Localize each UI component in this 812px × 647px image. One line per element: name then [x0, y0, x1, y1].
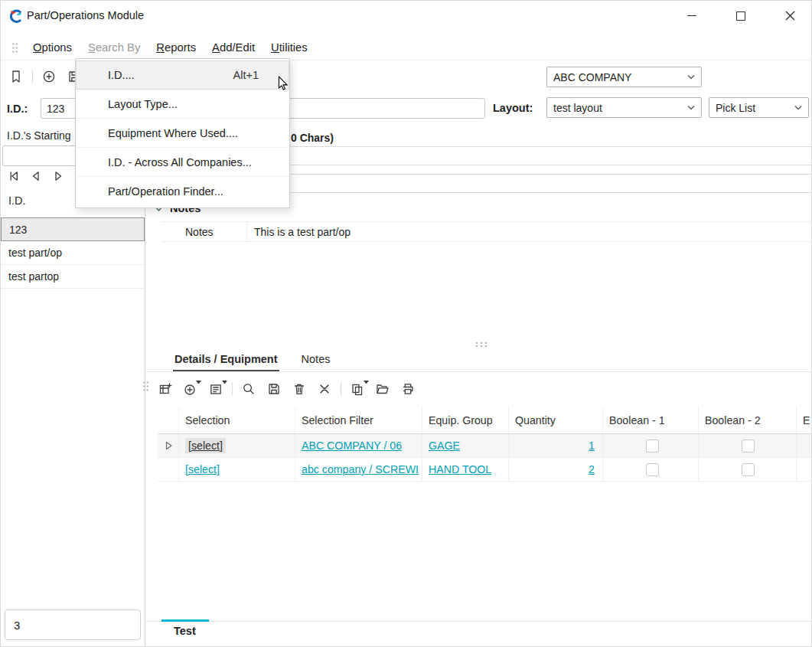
notes-row: Notes This is a test part/op — [161, 221, 812, 242]
table-row: [select] ABC COMPANY / 06 GAGE 1 — [158, 434, 812, 458]
grid-header-indicator — [158, 407, 179, 433]
prev-record-icon — [28, 168, 44, 184]
menu-search-by[interactable]: Search By — [81, 39, 147, 56]
bottom-tab-accent — [161, 619, 209, 622]
equip-group-cell: HAND TOOL — [422, 458, 509, 482]
bottom-divider — [145, 621, 812, 622]
x-icon — [317, 381, 332, 397]
app-window: Part/Operations Module Options Search By… — [0, 0, 812, 647]
boolean-2-checkbox[interactable] — [742, 463, 755, 476]
menu-item-label: I.D. - Across All Companies... — [108, 156, 252, 168]
delete-button[interactable] — [290, 380, 308, 398]
quantity-link[interactable]: 1 — [589, 440, 595, 452]
menu-options[interactable]: Options — [26, 39, 79, 56]
minimize-icon — [687, 15, 696, 16]
add-record-button[interactable] — [40, 67, 58, 86]
list-item[interactable]: test partop — [1, 265, 145, 289]
grid-header-boolean-1[interactable]: Boolean - 1 — [603, 407, 699, 433]
cancel-button[interactable] — [315, 380, 334, 398]
equipment-grid: Selection Selection Filter Equip. Group … — [158, 407, 812, 482]
chevron-down-icon — [687, 74, 695, 80]
equip-group-link[interactable]: HAND TOOL — [429, 463, 491, 475]
next-record-button[interactable] — [48, 166, 68, 186]
selection-filter-link[interactable]: ABC COMPANY / 06 — [302, 440, 402, 452]
truncated-cell — [797, 434, 812, 458]
equip-group-link[interactable]: GAGE — [429, 440, 460, 452]
new-row-icon — [158, 381, 173, 397]
current-row-icon — [162, 440, 174, 452]
selection-filter-cell: ABC COMPANY / 06 — [295, 434, 422, 458]
search-button[interactable] — [240, 380, 258, 398]
menu-item-part-operation-finder[interactable]: Part/Operation Finder... — [76, 177, 289, 206]
table-row: [select] abc company / SCREWI HAND TOOL … — [158, 458, 812, 482]
close-icon — [784, 10, 796, 21]
grid-header-selection[interactable]: Selection — [179, 407, 295, 433]
menu-utilities[interactable]: Utilities — [264, 39, 315, 56]
quantity-link[interactable]: 2 — [589, 463, 595, 475]
select-link[interactable]: [select] — [185, 463, 220, 475]
boolean-2-checkbox[interactable] — [742, 440, 755, 453]
menu-item-id-across-companies[interactable]: I.D. - Across All Companies... — [76, 148, 289, 177]
record-count: 3 — [14, 619, 20, 632]
select-link[interactable]: [select] — [185, 438, 226, 453]
list-item[interactable]: 123 — [1, 217, 145, 241]
boolean-1-checkbox[interactable] — [646, 463, 659, 476]
grid-header-equip-group[interactable]: Equip. Group — [422, 407, 509, 433]
export-button[interactable] — [373, 380, 392, 398]
add-detail-button[interactable] — [181, 380, 200, 398]
selection-filter-link[interactable]: abc company / SCREWI — [302, 463, 419, 475]
grid-header-truncated[interactable]: E — [797, 407, 812, 433]
menu-item-id[interactable]: I.D.... Alt+1 — [76, 60, 289, 90]
menu-item-shortcut: Alt+1 — [233, 69, 279, 81]
grid-header-quantity[interactable]: Quantity — [509, 407, 603, 433]
maximize-button[interactable] — [723, 1, 758, 31]
quantity-cell: 2 — [509, 458, 603, 482]
print-button[interactable] — [399, 380, 417, 398]
layout-value: test layout — [553, 102, 687, 114]
prev-record-button[interactable] — [26, 166, 46, 186]
bookmark-icon — [8, 69, 24, 84]
menu-item-label: Equipment Where Used.... — [108, 127, 238, 139]
close-button[interactable] — [771, 1, 809, 31]
list-item[interactable]: test part/op — [1, 241, 145, 265]
tab-details-equipment[interactable]: Details / Equipment — [173, 351, 279, 371]
detail-toolbar-drag-handle[interactable] — [142, 381, 149, 395]
edit-layout-button[interactable] — [207, 380, 225, 398]
dropdown-caret-icon — [222, 381, 227, 384]
copy-special-button[interactable] — [348, 380, 367, 398]
first-record-button[interactable] — [4, 166, 24, 186]
company-select[interactable]: ABC COMPANY — [546, 67, 702, 87]
bookmark-button[interactable] — [7, 67, 25, 86]
notes-row-value[interactable]: This is a test part/op — [247, 226, 351, 238]
menu-add-edit[interactable]: Add/Edit — [205, 39, 262, 56]
boolean-2-cell — [699, 458, 797, 482]
chars-count-label: 0 Chars) — [291, 132, 334, 144]
menu-reports[interactable]: Reports — [149, 39, 203, 56]
plus-circle-icon — [41, 69, 57, 84]
trash-icon — [292, 381, 307, 397]
first-record-icon — [6, 168, 21, 184]
layout-select[interactable]: test layout — [546, 97, 702, 118]
boolean-1-checkbox[interactable] — [646, 440, 659, 453]
left-panel-divider — [145, 191, 145, 647]
tab-notes[interactable]: Notes — [300, 351, 332, 371]
grid-header-selection-filter[interactable]: Selection Filter — [295, 407, 422, 433]
splitter-handle[interactable] — [474, 338, 489, 351]
picklist-select[interactable]: Pick List — [709, 97, 809, 118]
quantity-cell: 1 — [509, 434, 603, 458]
grid-header-boolean-2[interactable]: Boolean - 2 — [699, 407, 797, 433]
boolean-1-cell — [603, 434, 699, 458]
save-icon — [266, 381, 282, 397]
bottom-tab-test[interactable]: Test — [174, 625, 196, 637]
toolbar-separator — [341, 382, 341, 396]
minimize-button[interactable] — [674, 1, 709, 31]
save-detail-button[interactable] — [265, 380, 283, 398]
toolbar-separator — [32, 70, 33, 83]
truncated-cell — [797, 458, 812, 482]
menu-item-equipment-where-used[interactable]: Equipment Where Used.... — [76, 119, 289, 148]
new-row-button[interactable] — [156, 380, 174, 398]
menubar-drag-handle[interactable] — [11, 42, 18, 54]
grid-header-row: Selection Selection Filter Equip. Group … — [158, 407, 812, 434]
open-folder-icon — [375, 381, 390, 397]
menu-item-layout-type[interactable]: Layout Type... — [76, 90, 289, 119]
